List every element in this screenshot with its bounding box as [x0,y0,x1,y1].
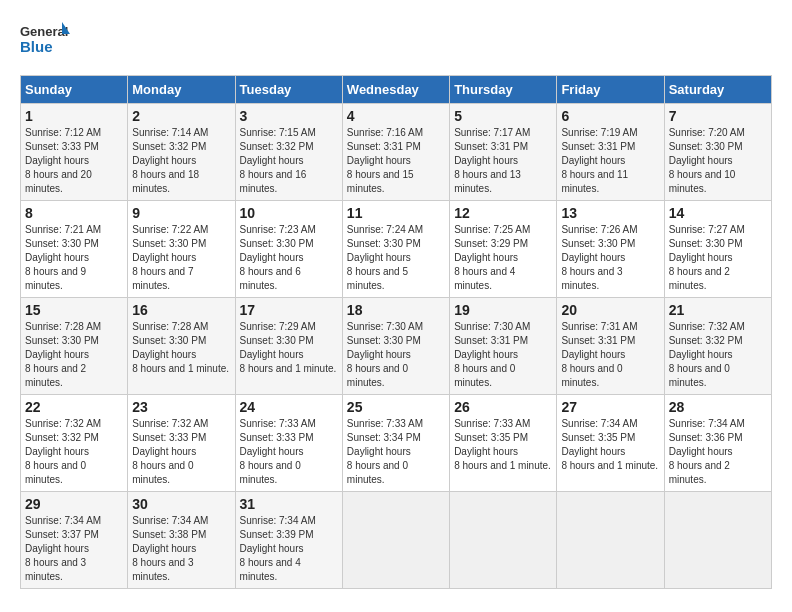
day-cell-9: 9Sunrise: 7:22 AMSunset: 3:30 PMDaylight… [128,201,235,298]
day-cell-23: 23Sunrise: 7:32 AMSunset: 3:33 PMDayligh… [128,395,235,492]
header-row: SundayMondayTuesdayWednesdayThursdayFrid… [21,76,772,104]
calendar-week-3: 15Sunrise: 7:28 AMSunset: 3:30 PMDayligh… [21,298,772,395]
day-number: 6 [561,108,659,124]
empty-cell [664,492,771,589]
day-detail: Sunrise: 7:33 AMSunset: 3:33 PMDaylight … [240,417,338,487]
day-detail: Sunrise: 7:23 AMSunset: 3:30 PMDaylight … [240,223,338,293]
day-cell-29: 29Sunrise: 7:34 AMSunset: 3:37 PMDayligh… [21,492,128,589]
day-detail: Sunrise: 7:34 AMSunset: 3:37 PMDaylight … [25,514,123,584]
day-number: 26 [454,399,552,415]
logo-svg: General Blue [20,20,70,65]
day-detail: Sunrise: 7:26 AMSunset: 3:30 PMDaylight … [561,223,659,293]
day-detail: Sunrise: 7:22 AMSunset: 3:30 PMDaylight … [132,223,230,293]
day-cell-16: 16Sunrise: 7:28 AMSunset: 3:30 PMDayligh… [128,298,235,395]
calendar-table: SundayMondayTuesdayWednesdayThursdayFrid… [20,75,772,589]
day-number: 8 [25,205,123,221]
day-number: 2 [132,108,230,124]
day-cell-22: 22Sunrise: 7:32 AMSunset: 3:32 PMDayligh… [21,395,128,492]
day-number: 20 [561,302,659,318]
day-number: 13 [561,205,659,221]
day-detail: Sunrise: 7:21 AMSunset: 3:30 PMDaylight … [25,223,123,293]
day-number: 5 [454,108,552,124]
day-detail: Sunrise: 7:33 AMSunset: 3:35 PMDaylight … [454,417,552,473]
column-header-thursday: Thursday [450,76,557,104]
day-number: 23 [132,399,230,415]
day-number: 7 [669,108,767,124]
day-cell-11: 11Sunrise: 7:24 AMSunset: 3:30 PMDayligh… [342,201,449,298]
day-cell-7: 7Sunrise: 7:20 AMSunset: 3:30 PMDaylight… [664,104,771,201]
day-number: 18 [347,302,445,318]
column-header-sunday: Sunday [21,76,128,104]
day-detail: Sunrise: 7:12 AMSunset: 3:33 PMDaylight … [25,126,123,196]
day-detail: Sunrise: 7:32 AMSunset: 3:32 PMDaylight … [25,417,123,487]
day-detail: Sunrise: 7:34 AMSunset: 3:36 PMDaylight … [669,417,767,487]
day-number: 15 [25,302,123,318]
empty-cell [450,492,557,589]
day-detail: Sunrise: 7:14 AMSunset: 3:32 PMDaylight … [132,126,230,196]
calendar-week-1: 1Sunrise: 7:12 AMSunset: 3:33 PMDaylight… [21,104,772,201]
day-number: 3 [240,108,338,124]
empty-cell [557,492,664,589]
column-header-tuesday: Tuesday [235,76,342,104]
day-cell-24: 24Sunrise: 7:33 AMSunset: 3:33 PMDayligh… [235,395,342,492]
day-number: 17 [240,302,338,318]
day-detail: Sunrise: 7:28 AMSunset: 3:30 PMDaylight … [132,320,230,376]
day-detail: Sunrise: 7:24 AMSunset: 3:30 PMDaylight … [347,223,445,293]
day-cell-15: 15Sunrise: 7:28 AMSunset: 3:30 PMDayligh… [21,298,128,395]
day-detail: Sunrise: 7:28 AMSunset: 3:30 PMDaylight … [25,320,123,390]
day-detail: Sunrise: 7:34 AMSunset: 3:39 PMDaylight … [240,514,338,584]
day-number: 12 [454,205,552,221]
day-detail: Sunrise: 7:34 AMSunset: 3:35 PMDaylight … [561,417,659,473]
day-number: 27 [561,399,659,415]
day-cell-21: 21Sunrise: 7:32 AMSunset: 3:32 PMDayligh… [664,298,771,395]
day-detail: Sunrise: 7:25 AMSunset: 3:29 PMDaylight … [454,223,552,293]
day-number: 4 [347,108,445,124]
day-cell-20: 20Sunrise: 7:31 AMSunset: 3:31 PMDayligh… [557,298,664,395]
day-detail: Sunrise: 7:34 AMSunset: 3:38 PMDaylight … [132,514,230,584]
calendar-week-5: 29Sunrise: 7:34 AMSunset: 3:37 PMDayligh… [21,492,772,589]
day-number: 19 [454,302,552,318]
empty-cell [342,492,449,589]
day-detail: Sunrise: 7:32 AMSunset: 3:33 PMDaylight … [132,417,230,487]
day-number: 31 [240,496,338,512]
day-cell-28: 28Sunrise: 7:34 AMSunset: 3:36 PMDayligh… [664,395,771,492]
day-detail: Sunrise: 7:20 AMSunset: 3:30 PMDaylight … [669,126,767,196]
day-cell-18: 18Sunrise: 7:30 AMSunset: 3:30 PMDayligh… [342,298,449,395]
day-detail: Sunrise: 7:16 AMSunset: 3:31 PMDaylight … [347,126,445,196]
day-cell-2: 2Sunrise: 7:14 AMSunset: 3:32 PMDaylight… [128,104,235,201]
column-header-monday: Monday [128,76,235,104]
day-cell-1: 1Sunrise: 7:12 AMSunset: 3:33 PMDaylight… [21,104,128,201]
calendar-week-4: 22Sunrise: 7:32 AMSunset: 3:32 PMDayligh… [21,395,772,492]
day-detail: Sunrise: 7:33 AMSunset: 3:34 PMDaylight … [347,417,445,487]
day-cell-6: 6Sunrise: 7:19 AMSunset: 3:31 PMDaylight… [557,104,664,201]
day-detail: Sunrise: 7:30 AMSunset: 3:31 PMDaylight … [454,320,552,390]
day-cell-10: 10Sunrise: 7:23 AMSunset: 3:30 PMDayligh… [235,201,342,298]
day-cell-30: 30Sunrise: 7:34 AMSunset: 3:38 PMDayligh… [128,492,235,589]
svg-text:General: General [20,24,68,39]
day-detail: Sunrise: 7:30 AMSunset: 3:30 PMDaylight … [347,320,445,390]
day-number: 24 [240,399,338,415]
day-number: 9 [132,205,230,221]
day-number: 16 [132,302,230,318]
day-number: 1 [25,108,123,124]
page-header: General Blue [20,20,772,65]
day-cell-31: 31Sunrise: 7:34 AMSunset: 3:39 PMDayligh… [235,492,342,589]
logo: General Blue [20,20,70,65]
svg-text:Blue: Blue [20,38,53,55]
day-number: 28 [669,399,767,415]
column-header-wednesday: Wednesday [342,76,449,104]
day-number: 22 [25,399,123,415]
day-number: 30 [132,496,230,512]
day-number: 29 [25,496,123,512]
day-detail: Sunrise: 7:19 AMSunset: 3:31 PMDaylight … [561,126,659,196]
day-detail: Sunrise: 7:15 AMSunset: 3:32 PMDaylight … [240,126,338,196]
day-cell-14: 14Sunrise: 7:27 AMSunset: 3:30 PMDayligh… [664,201,771,298]
day-cell-25: 25Sunrise: 7:33 AMSunset: 3:34 PMDayligh… [342,395,449,492]
day-number: 25 [347,399,445,415]
day-cell-19: 19Sunrise: 7:30 AMSunset: 3:31 PMDayligh… [450,298,557,395]
day-cell-26: 26Sunrise: 7:33 AMSunset: 3:35 PMDayligh… [450,395,557,492]
day-detail: Sunrise: 7:32 AMSunset: 3:32 PMDaylight … [669,320,767,390]
day-number: 10 [240,205,338,221]
day-number: 11 [347,205,445,221]
day-cell-5: 5Sunrise: 7:17 AMSunset: 3:31 PMDaylight… [450,104,557,201]
